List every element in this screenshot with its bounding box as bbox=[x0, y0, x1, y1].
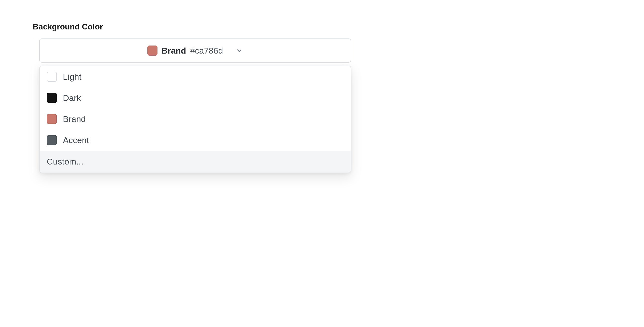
color-select-field: Brand #ca786d Light Dark Brand Accent Cu… bbox=[33, 38, 611, 173]
color-swatch-accent bbox=[47, 135, 57, 145]
color-option-label: Brand bbox=[63, 114, 86, 124]
color-option-custom[interactable]: Custom... bbox=[40, 151, 351, 173]
selected-color-swatch bbox=[147, 46, 157, 56]
color-swatch-brand bbox=[47, 114, 57, 124]
color-select-trigger[interactable]: Brand #ca786d bbox=[39, 38, 351, 63]
field-label: Background Color bbox=[33, 22, 611, 31]
color-option-label: Custom... bbox=[47, 157, 83, 167]
color-option-light[interactable]: Light bbox=[40, 66, 351, 87]
color-option-label: Accent bbox=[63, 135, 89, 145]
color-swatch-light bbox=[47, 72, 57, 82]
selected-color-hex: #ca786d bbox=[190, 46, 223, 56]
color-option-label: Dark bbox=[63, 93, 81, 103]
selected-color-name: Brand bbox=[162, 46, 186, 56]
color-option-brand[interactable]: Brand bbox=[40, 108, 351, 130]
color-option-dark[interactable]: Dark bbox=[40, 87, 351, 108]
color-dropdown-panel: Light Dark Brand Accent Custom... bbox=[39, 66, 351, 173]
chevron-down-icon bbox=[235, 47, 243, 54]
color-option-accent[interactable]: Accent bbox=[40, 130, 351, 151]
color-swatch-dark bbox=[47, 93, 57, 103]
color-option-label: Light bbox=[63, 72, 82, 82]
